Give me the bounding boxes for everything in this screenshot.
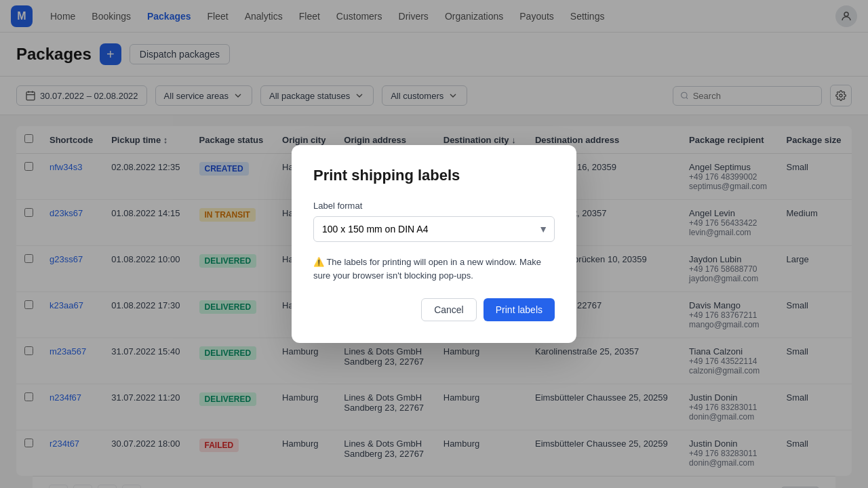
print-labels-button[interactable]: Print labels: [484, 298, 555, 321]
label-format-select[interactable]: 100 x 150 mm on DIN A4 100 x 100 mm on D…: [313, 216, 555, 242]
modal-actions: Cancel Print labels: [313, 298, 555, 321]
label-format-label: Label format: [313, 201, 555, 211]
print-labels-modal: Print shipping labels Label format 100 x…: [292, 145, 576, 343]
modal-notice: ⚠️ The labels for printing will open in …: [313, 256, 555, 282]
modal-overlay: Print shipping labels Label format 100 x…: [0, 0, 868, 488]
label-format-select-wrap: 100 x 150 mm on DIN A4 100 x 100 mm on D…: [313, 216, 555, 242]
cancel-button[interactable]: Cancel: [421, 298, 477, 321]
modal-title: Print shipping labels: [313, 167, 555, 184]
